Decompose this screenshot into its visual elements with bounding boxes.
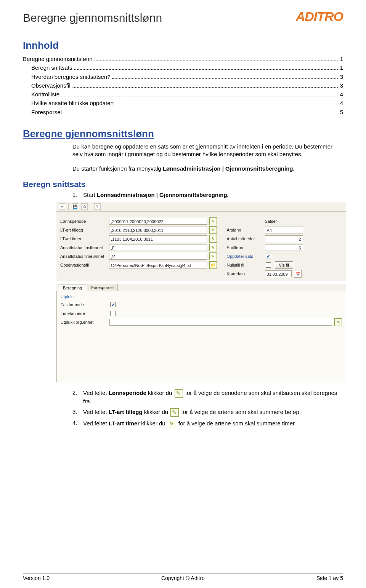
menu-path: Lønnsadministrasjon | Gjennomsnittsbereg… xyxy=(97,192,229,198)
satser-heading: Satser xyxy=(265,219,342,224)
fastlonnet-label: Ansattstatus fastlønnet xyxy=(60,245,109,250)
step-number: 1. xyxy=(72,191,83,199)
oppdater-checkbox[interactable]: ✔ xyxy=(266,254,271,259)
timelonnede-checkbox[interactable] xyxy=(110,311,116,316)
toc-page: 4 xyxy=(339,99,343,107)
obsfil-input[interactable]: C:\Personec\No\PL\Export\anNysats@4.txt xyxy=(109,262,207,268)
field-name: LT-art tillegg xyxy=(109,409,143,415)
picker-icon[interactable]: ✎ xyxy=(209,217,217,225)
toc-leader xyxy=(74,65,338,70)
text: klikker du xyxy=(143,409,170,415)
text: Ved feltet xyxy=(83,409,109,415)
picker-icon[interactable]: ✎ xyxy=(209,226,217,234)
toc-label: Observasjonsfil xyxy=(31,81,71,90)
lonnsperiode-input[interactable]: ,2009011,2009020,2009022 xyxy=(109,218,207,225)
app-window: ✧ 💾 ⎙ ? Lønnsperiode ,2009011,2009020,20… xyxy=(56,202,346,382)
toc-page: 1 xyxy=(339,63,343,72)
lt-tillegg-input[interactable]: ,2010,2110,2120,3000,3011 xyxy=(109,227,207,233)
toc-entry[interactable]: Forespørsel5 xyxy=(23,108,343,117)
help-icon[interactable]: ? xyxy=(94,203,101,210)
calendar-icon[interactable]: 📅 xyxy=(294,270,302,278)
toc-leader xyxy=(94,56,338,61)
orgenhet-label: Utplukk org.enhet xyxy=(61,320,109,324)
snittlonn-input[interactable]: 6 xyxy=(265,244,303,251)
toc-entry[interactable]: Observasjonsfil3 xyxy=(23,81,343,90)
toc-leader xyxy=(61,91,337,97)
toc-entry[interactable]: Kontrolliste4 xyxy=(23,90,343,99)
visfil-button[interactable]: Vis fil xyxy=(275,261,293,269)
step-2: 2. Ved feltet Lønnsperiode klikker du fo… xyxy=(72,389,343,405)
doc-title: Beregne gjennomsnittslønn xyxy=(23,11,162,24)
text: for å velge de artene som skal summere t… xyxy=(177,420,296,427)
picker-icon xyxy=(170,408,179,417)
new-icon[interactable]: ✧ xyxy=(59,203,65,210)
toc-label: Hvilke ansatte blir ikke oppdatert xyxy=(31,99,114,107)
footer-version: Versjon 1.0 xyxy=(23,575,50,581)
tab-bar: Beregning Forespørsel xyxy=(56,284,346,291)
intro-paragraph-1: Du kan beregne og oppdatere en sats som … xyxy=(72,143,343,158)
footer-page: Side 1 av 5 xyxy=(316,575,343,581)
timelonnet-input[interactable]: ,V xyxy=(109,253,207,260)
fastlonnet-input[interactable]: ,F xyxy=(109,244,207,251)
kjoredato-input[interactable]: 01.03.2009 xyxy=(265,270,292,277)
picker-icon[interactable]: ✎ xyxy=(209,252,217,260)
orgenhet-input[interactable] xyxy=(109,319,332,326)
table-of-contents: Beregne gjennomsnittslønn1Beregn snittsa… xyxy=(23,54,343,117)
toc-entry[interactable]: Beregn snittsats1 xyxy=(23,63,343,72)
timelonnede-label: Timelønnede xyxy=(61,311,109,316)
toc-leader xyxy=(112,74,338,79)
toc-label: Forespørsel xyxy=(31,108,62,117)
text: klikker du xyxy=(140,420,167,427)
print-icon[interactable]: ⎙ xyxy=(81,203,88,210)
field-name: LT-art timer xyxy=(109,420,140,427)
page-footer: Versjon 1.0 Copyright © Aditro Side 1 av… xyxy=(23,573,343,581)
brand-logo: ADITRO xyxy=(296,9,343,24)
picker-icon xyxy=(175,389,183,398)
save-icon[interactable]: 💾 xyxy=(72,203,78,210)
picker-icon[interactable]: ✎ xyxy=(334,318,342,326)
step-number: 2. xyxy=(72,389,83,405)
toc-heading: Innhold xyxy=(23,40,343,51)
toc-page: 3 xyxy=(339,72,343,81)
lt-timer-label: LT-art timer xyxy=(60,236,109,241)
folder-icon[interactable]: 📁 xyxy=(209,261,217,269)
toc-page: 5 xyxy=(339,108,343,117)
nullstill-checkbox[interactable] xyxy=(266,262,271,268)
kjoredato-label: Kjøredato xyxy=(227,272,265,276)
lt-tillegg-label: LT-art tillegg xyxy=(60,228,109,232)
toc-entry[interactable]: Beregne gjennomsnittslønn1 xyxy=(23,54,343,63)
toc-page: 4 xyxy=(339,90,343,99)
picker-icon xyxy=(168,420,176,428)
toc-leader xyxy=(63,109,338,114)
lt-timer-input[interactable]: ,1103,1104,2010,3011 xyxy=(109,235,207,242)
lonnsperiode-label: Lønnsperiode xyxy=(60,219,109,224)
toc-leader xyxy=(72,82,338,88)
toc-entry[interactable]: Hvordan beregnes snittsatsen?3 xyxy=(23,72,343,81)
toc-entry[interactable]: Hvilke ansatte blir ikke oppdatert4 xyxy=(23,99,343,107)
intro-paragraph-2: Du starter funksjonen fra menyvalg Lønns… xyxy=(72,165,343,173)
tab-pane-beregning: Utplukk Fastlønnede ✔ Timelønnede Utpluk… xyxy=(56,291,346,382)
timelonnet-label: Ansattstatus timelønnet xyxy=(60,254,109,259)
main-heading[interactable]: Beregne gjennomsnittslønn xyxy=(23,128,343,140)
tab-foresporsel[interactable]: Forespørsel xyxy=(87,284,118,291)
arslonn-input[interactable]: A4 xyxy=(265,227,303,233)
fastlonnede-label: Fastlønnede xyxy=(61,302,109,307)
picker-icon[interactable]: ✎ xyxy=(209,244,217,251)
fastlonnede-checkbox[interactable]: ✔ xyxy=(110,302,116,307)
utplukk-heading: Utplukk xyxy=(61,294,342,299)
maneder-label: Antall måneder xyxy=(227,236,265,241)
text: for å velge de artene som skal summere b… xyxy=(180,409,301,415)
footer-copyright: Copyright © Aditro xyxy=(161,575,205,581)
toc-page: 1 xyxy=(339,54,343,63)
step-3: 3. Ved feltet LT-art tillegg klikker du … xyxy=(72,408,343,417)
step-number: 4. xyxy=(72,420,83,428)
maneder-input[interactable]: 2 xyxy=(265,235,303,242)
menu-path: Lønnsadministrasjon | Gjennomsnittsbereg… xyxy=(163,165,295,172)
obsfil-label: Observasjonsfil xyxy=(60,263,109,267)
tab-beregning[interactable]: Beregning xyxy=(59,284,86,291)
toc-label: Kontrolliste xyxy=(31,90,59,99)
app-toolbar: ✧ 💾 ⎙ ? xyxy=(56,202,346,212)
toc-leader xyxy=(116,100,338,105)
step-1: 1. Start Lønnsadministrasjon | Gjennomsn… xyxy=(72,191,343,199)
picker-icon[interactable]: ✎ xyxy=(209,235,217,243)
